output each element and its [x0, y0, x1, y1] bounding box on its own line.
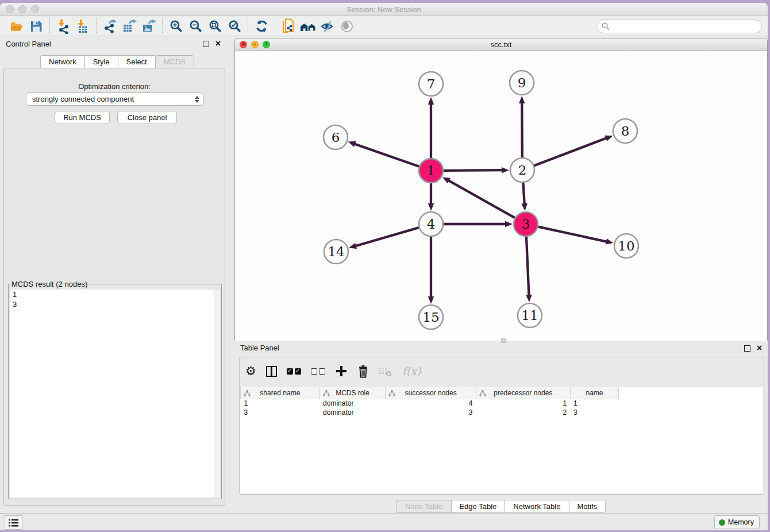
graph-node-11[interactable]: 11 — [518, 303, 542, 327]
table-cell-filler — [619, 408, 763, 417]
table-cell[interactable]: 1 — [241, 399, 320, 408]
import-network-button[interactable] — [53, 18, 73, 35]
open-folder-icon — [9, 20, 24, 33]
table-row[interactable]: 1dominator411 — [241, 399, 764, 408]
column-header-MCDS-role[interactable]: MCDS role — [319, 387, 386, 399]
graph-edge-2-3[interactable] — [521, 183, 528, 211]
table-panel-float-icon[interactable] — [744, 345, 750, 352]
function-builder-button[interactable]: f(x) — [402, 363, 421, 380]
create-column-button[interactable] — [335, 363, 348, 380]
table-cell[interactable]: 4 — [386, 399, 476, 408]
graph-edge-1-2[interactable] — [444, 167, 509, 174]
tab-network-table[interactable]: Network Table — [505, 500, 568, 513]
refresh-layout-button[interactable] — [252, 18, 271, 35]
table-panel-tabs: Node Table Edge Table Network Table Moti… — [396, 500, 606, 513]
graph-edge-4-3[interactable] — [444, 221, 513, 228]
zoom-selected-button[interactable] — [225, 18, 244, 35]
mcds-panel: Optimization criterion: strongly connect… — [3, 68, 225, 506]
control-panel-float-icon[interactable] — [203, 41, 209, 47]
close-panel-button[interactable]: Close panel — [117, 111, 177, 124]
tab-edge-table[interactable]: Edge Table — [451, 500, 505, 513]
tab-network[interactable]: Network — [40, 55, 84, 68]
export-network-button[interactable] — [100, 18, 120, 35]
table-settings-button[interactable]: ⚙ — [245, 363, 256, 380]
hide-panels-button[interactable] — [318, 18, 337, 35]
graph-edge-1-4[interactable] — [428, 183, 434, 211]
delete-table-button[interactable] — [379, 363, 392, 380]
copy-network-share-button[interactable] — [279, 18, 298, 35]
zoom-fit-button[interactable] — [205, 18, 225, 35]
deselect-all-columns-button[interactable] — [311, 363, 325, 380]
table-cell[interactable]: 1 — [570, 399, 619, 408]
task-history-button[interactable] — [5, 515, 22, 530]
table-row[interactable]: 3dominator323 — [241, 408, 764, 417]
network-graph[interactable]: 7968124314101511 — [235, 51, 767, 341]
graph-node-2[interactable]: 2 — [510, 158, 534, 182]
graph-node-8[interactable]: 8 — [613, 119, 637, 143]
svg-text:6: 6 — [332, 130, 340, 145]
select-all-columns-button[interactable] — [287, 363, 301, 380]
column-header-name[interactable]: name — [570, 387, 619, 399]
export-table-button[interactable] — [120, 18, 139, 35]
table-cell[interactable]: 2 — [476, 408, 571, 417]
mcds-result-list[interactable]: 1 3 — [10, 290, 220, 498]
table-cell[interactable]: 1 — [476, 399, 571, 408]
save-session-button[interactable] — [26, 18, 46, 35]
zoom-out-button[interactable] — [186, 18, 205, 35]
graph-node-7[interactable]: 7 — [419, 72, 443, 96]
graph-edge-1-7[interactable] — [428, 97, 434, 158]
control-panel-close-icon[interactable]: × — [215, 38, 221, 49]
optimization-criterion-select[interactable]: strongly connected component — [26, 92, 203, 106]
graph-node-9[interactable]: 9 — [510, 71, 534, 95]
column-header-successor-nodes[interactable]: successor nodes — [386, 387, 476, 399]
table-cell[interactable]: 3 — [386, 408, 476, 417]
application-window: Session: New Session — [0, 3, 768, 530]
tab-select[interactable]: Select — [118, 55, 155, 68]
memory-button[interactable]: Memory — [714, 515, 760, 529]
graph-edge-1-6[interactable] — [348, 141, 419, 167]
tab-motifs[interactable]: Motifs — [568, 500, 606, 513]
graph-edge-2-8[interactable] — [534, 136, 613, 165]
graph-edge-4-15[interactable] — [428, 237, 434, 304]
export-image-button[interactable] — [139, 18, 159, 35]
graph-edge-3-1[interactable] — [442, 177, 515, 218]
dropdown-selected-value: strongly connected component — [32, 95, 195, 103]
show-columns-button[interactable] — [266, 363, 277, 380]
main-titlebar: Session: New Session — [0, 3, 768, 16]
search-input[interactable] — [610, 21, 761, 32]
graph-node-6[interactable]: 6 — [324, 125, 348, 149]
preview-sphere-button[interactable] — [337, 18, 357, 35]
graph-node-3[interactable]: 3 — [514, 212, 538, 236]
table-cell[interactable]: 3 — [570, 408, 619, 417]
delete-column-button[interactable] — [357, 363, 369, 380]
table-panel-close-icon[interactable]: × — [757, 343, 762, 353]
homes-icon — [299, 20, 317, 33]
import-table-button[interactable] — [73, 18, 93, 35]
run-mcds-button[interactable]: Run MCDS — [55, 111, 110, 124]
export-image-icon — [141, 19, 156, 34]
tab-style[interactable]: Style — [84, 55, 118, 68]
graph-edge-2-9[interactable] — [519, 96, 525, 157]
graph-edge-3-10[interactable] — [538, 227, 613, 245]
column-header-shared-name[interactable]: shared name — [241, 387, 320, 399]
result-scrollbar[interactable] — [214, 290, 220, 498]
table-cell[interactable]: dominator — [319, 408, 386, 417]
column-header-predecessor-nodes[interactable]: predecessor nodes — [476, 387, 571, 399]
graph-node-10[interactable]: 10 — [614, 234, 638, 258]
open-session-button[interactable] — [7, 18, 26, 35]
graph-node-4[interactable]: 4 — [419, 212, 443, 236]
graph-edge-3-11[interactable] — [526, 237, 532, 302]
graph-edge-4-14[interactable] — [349, 228, 419, 249]
graph-node-1[interactable]: 1 — [419, 159, 443, 183]
table-cell[interactable]: dominator — [319, 399, 386, 408]
network-canvas[interactable]: 7968124314101511 — [235, 51, 767, 341]
home-button[interactable] — [298, 18, 318, 35]
graph-node-15[interactable]: 15 — [419, 305, 443, 329]
node-table: shared nameMCDS rolesuccessor nodesprede… — [240, 387, 763, 417]
svg-text:14: 14 — [328, 244, 344, 259]
tab-mcds[interactable]: MCDS — [155, 55, 194, 68]
tab-node-table[interactable]: Node Table — [396, 500, 451, 513]
graph-node-14[interactable]: 14 — [324, 240, 348, 264]
zoom-in-button[interactable] — [166, 18, 186, 35]
table-cell[interactable]: 3 — [241, 408, 320, 417]
